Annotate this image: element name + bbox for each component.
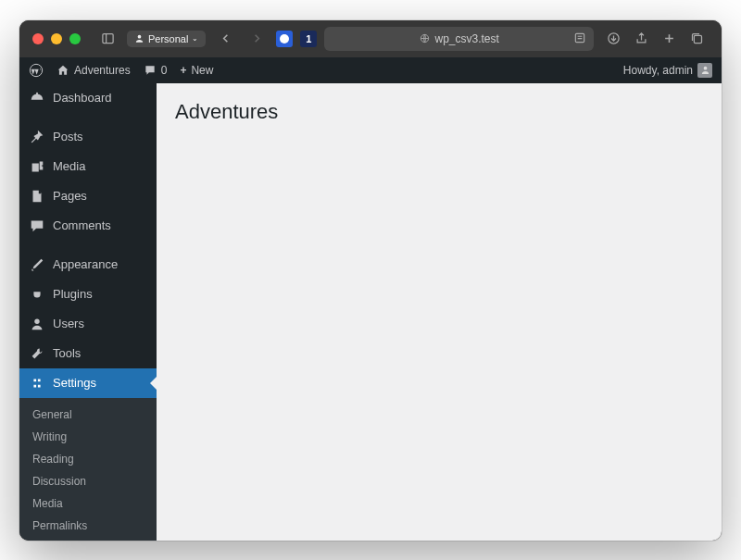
svg-rect-0 bbox=[102, 34, 112, 44]
wp-admin-bar: Adventures 0 + New Howdy, admin bbox=[19, 57, 722, 83]
submenu-item-privacy[interactable]: Privacy bbox=[19, 537, 157, 541]
sidebar-item-comments[interactable]: Comments bbox=[19, 211, 157, 241]
browser-profile-label: Personal bbox=[148, 33, 188, 44]
svg-rect-12 bbox=[694, 35, 701, 43]
new-content-link[interactable]: + New bbox=[180, 64, 213, 77]
svg-point-15 bbox=[34, 318, 39, 323]
content-area: Adventures bbox=[157, 83, 722, 541]
users-icon bbox=[29, 316, 45, 332]
submenu-item-reading[interactable]: Reading bbox=[19, 448, 157, 470]
share-button[interactable] bbox=[629, 28, 653, 50]
sidebar-item-label: Appearance bbox=[53, 257, 118, 271]
svg-point-3 bbox=[280, 34, 289, 44]
address-bar[interactable]: wp_csv3.test bbox=[324, 27, 594, 51]
sidebar-toggle-button[interactable] bbox=[95, 28, 119, 50]
new-label: New bbox=[191, 64, 213, 77]
sidebar-item-pages[interactable]: Pages bbox=[19, 181, 157, 211]
sidebar-item-label: Tools bbox=[53, 346, 81, 360]
brush-icon bbox=[29, 256, 45, 273]
tools-icon bbox=[29, 345, 45, 362]
comments-link[interactable]: 0 bbox=[144, 64, 168, 77]
site-name-label: Adventures bbox=[74, 64, 131, 77]
submenu-item-writing[interactable]: Writing bbox=[19, 426, 157, 448]
back-button[interactable] bbox=[213, 28, 237, 50]
submenu-item-permalinks[interactable]: Permalinks bbox=[19, 515, 157, 537]
sidebar-item-posts[interactable]: Posts bbox=[19, 122, 157, 152]
dashboard-icon bbox=[29, 90, 45, 106]
browser-titlebar: Personal ⌄ 1 wp_csv3.test bbox=[19, 20, 722, 57]
close-window-button[interactable] bbox=[32, 33, 44, 44]
settings-submenu: General Writing Reading Discussion Media… bbox=[19, 398, 157, 541]
sidebar-item-plugins[interactable]: Plugins bbox=[19, 280, 157, 309]
address-bar-url: wp_csv3.test bbox=[435, 32, 499, 45]
sidebar-item-label: Pages bbox=[53, 189, 87, 203]
sidebar-item-label: Settings bbox=[53, 376, 96, 390]
extension-icon-2[interactable]: 1 bbox=[300, 31, 317, 47]
tabs-button[interactable] bbox=[684, 28, 709, 50]
avatar bbox=[697, 63, 712, 78]
submenu-item-media[interactable]: Media bbox=[19, 492, 157, 515]
comment-count: 0 bbox=[161, 64, 168, 77]
submenu-item-discussion[interactable]: Discussion bbox=[19, 470, 157, 492]
sidebar-item-media[interactable]: Media bbox=[19, 152, 157, 181]
sidebar-item-label: Plugins bbox=[53, 287, 93, 301]
settings-icon bbox=[29, 375, 45, 392]
site-name-link[interactable]: Adventures bbox=[57, 64, 131, 77]
comments-icon bbox=[29, 218, 45, 234]
sidebar-item-settings[interactable]: Settings bbox=[19, 368, 157, 398]
sidebar-item-label: Media bbox=[53, 159, 85, 173]
svg-point-2 bbox=[138, 35, 142, 39]
minimize-window-button[interactable] bbox=[51, 33, 62, 44]
howdy-label: Howdy, admin bbox=[623, 64, 693, 77]
page-title: Adventures bbox=[175, 100, 703, 124]
pin-icon bbox=[29, 129, 45, 145]
media-icon bbox=[29, 158, 45, 175]
maximize-window-button[interactable] bbox=[69, 33, 81, 44]
sidebar-item-label: Users bbox=[53, 317, 84, 330]
plug-icon bbox=[29, 286, 45, 303]
account-link[interactable]: Howdy, admin bbox=[623, 63, 712, 78]
sidebar-item-label: Dashboard bbox=[53, 91, 112, 105]
browser-profile-button[interactable]: Personal ⌄ bbox=[127, 31, 206, 47]
chevron-down-icon: ⌄ bbox=[192, 34, 198, 43]
downloads-button[interactable] bbox=[601, 28, 625, 50]
window-controls bbox=[32, 33, 81, 44]
sidebar-item-dashboard[interactable]: Dashboard bbox=[19, 83, 157, 113]
sidebar-item-tools[interactable]: Tools bbox=[19, 339, 157, 368]
admin-sidebar: Dashboard Posts Media Pages Comments bbox=[19, 83, 157, 541]
plus-icon: + bbox=[180, 64, 186, 77]
forward-button[interactable] bbox=[245, 28, 269, 50]
extension-icon-1[interactable] bbox=[276, 31, 293, 47]
submenu-item-general[interactable]: General bbox=[19, 404, 157, 426]
new-tab-button[interactable] bbox=[657, 28, 681, 50]
sidebar-item-label: Posts bbox=[53, 130, 83, 143]
sidebar-item-users[interactable]: Users bbox=[19, 309, 157, 339]
pages-icon bbox=[29, 188, 45, 205]
svg-point-14 bbox=[703, 67, 707, 70]
sidebar-item-label: Comments bbox=[53, 218, 111, 232]
wp-logo-menu[interactable] bbox=[29, 63, 44, 78]
sidebar-item-appearance[interactable]: Appearance bbox=[19, 250, 157, 280]
reader-mode-icon[interactable] bbox=[573, 31, 586, 46]
